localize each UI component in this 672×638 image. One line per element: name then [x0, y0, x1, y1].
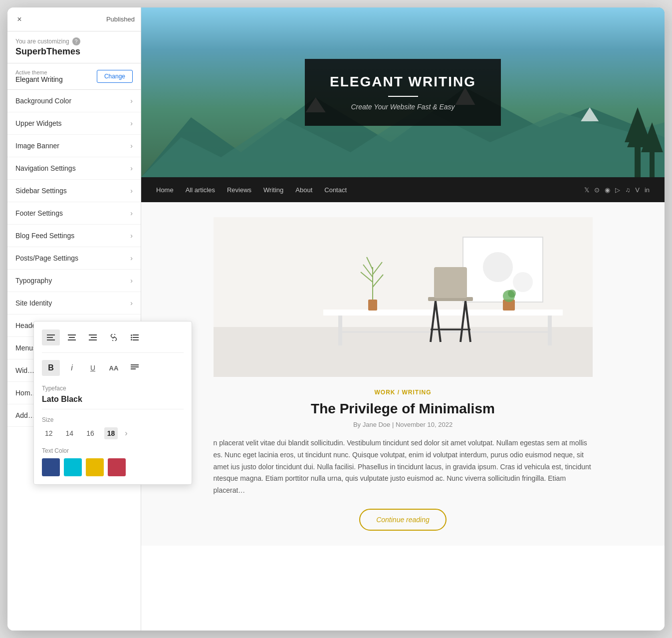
menu-label: Blog Feed Settings: [15, 232, 74, 240]
color-swatch-red[interactable]: [108, 458, 126, 476]
menu-item-blog-feed-settings[interactable]: Blog Feed Settings ›: [7, 225, 141, 247]
chevron-icon: ›: [130, 187, 133, 195]
hero-title: ELEGANT WRITING: [330, 74, 476, 90]
text-color-label: Text Color: [42, 447, 184, 454]
desk-illustration: [214, 217, 593, 377]
menu-item-footer-settings[interactable]: Footer Settings ›: [7, 202, 141, 225]
theme-name: Elegant Writing: [15, 75, 63, 83]
menu-label: Background Color: [15, 97, 71, 105]
size-label: Size: [42, 416, 184, 423]
website-preview: ELEGANT WRITING Create Your Website Fast…: [141, 7, 665, 631]
chevron-icon: ›: [130, 119, 133, 127]
menu-item-upper-widgets[interactable]: Upper Widgets ›: [7, 112, 141, 135]
size-next-icon[interactable]: ›: [125, 429, 127, 438]
menu-item-sidebar-settings[interactable]: Sidebar Settings ›: [7, 180, 141, 202]
linkedin-icon[interactable]: in: [645, 186, 650, 194]
color-swatch-cyan[interactable]: [64, 458, 82, 476]
chevron-icon: ›: [130, 164, 133, 172]
color-swatch-blue[interactable]: [42, 458, 60, 476]
svg-rect-12: [133, 337, 139, 338]
size-14[interactable]: 14: [63, 427, 77, 439]
size-18[interactable]: 18: [104, 427, 118, 439]
typography-panel: B i U AA Typeface Lato Black Size 12 14 …: [33, 321, 192, 485]
svg-rect-0: [47, 334, 55, 335]
customizing-label: You are customizing ?: [15, 37, 133, 45]
nav-about[interactable]: About: [295, 186, 312, 194]
svg-point-32: [483, 252, 513, 282]
list-button[interactable]: [126, 329, 144, 345]
menu-item-image-banner[interactable]: Image Banner ›: [7, 135, 141, 157]
italic-button[interactable]: i: [63, 360, 81, 376]
align-center-button[interactable]: [63, 329, 81, 345]
twitter-icon[interactable]: 𝕏: [584, 186, 589, 194]
soundcloud-icon[interactable]: ♫: [625, 186, 630, 194]
article-category: WORK / WRITING: [214, 389, 593, 396]
nav-bar: Home All articles Reviews Writing About …: [141, 177, 665, 202]
menu-item-background-color[interactable]: Background Color ›: [7, 90, 141, 112]
article-title: The Privilege of Minimalism: [214, 401, 593, 417]
youtube-icon[interactable]: ▷: [615, 186, 620, 194]
nav-reviews[interactable]: Reviews: [227, 186, 251, 194]
bold-button[interactable]: B: [42, 360, 60, 376]
chevron-icon: ›: [130, 299, 133, 307]
menu-label: Wid…: [15, 366, 34, 374]
svg-rect-5: [68, 339, 76, 340]
menu-item-typography[interactable]: Typography ›: [7, 270, 141, 292]
nav-writing[interactable]: Writing: [263, 186, 283, 194]
nav-home[interactable]: Home: [156, 186, 174, 194]
svg-rect-3: [68, 334, 76, 335]
svg-point-33: [513, 272, 533, 292]
color-swatch-yellow[interactable]: [86, 458, 104, 476]
svg-rect-10: [133, 334, 139, 335]
align-left-button[interactable]: [42, 329, 60, 345]
article-section: WORK / WRITING The Privilege of Minimali…: [141, 202, 665, 546]
size-12[interactable]: 12: [42, 427, 56, 439]
nav-contact[interactable]: Contact: [324, 186, 347, 194]
continue-reading-button[interactable]: Continue reading: [359, 509, 447, 531]
menu-label: Sidebar Settings: [15, 187, 67, 195]
menu-item-site-identity[interactable]: Site Identity ›: [7, 292, 141, 315]
customizer-panel: × Published You are customizing ? Superb…: [7, 7, 141, 631]
align-right-button[interactable]: [84, 329, 102, 345]
chevron-icon: ›: [130, 232, 133, 240]
menu-label: Typography: [15, 277, 52, 285]
underline-button[interactable]: U: [84, 360, 102, 376]
site-name: SuperbThemes: [15, 46, 133, 57]
svg-rect-16: [131, 366, 139, 367]
change-theme-button[interactable]: Change: [97, 70, 133, 83]
help-icon[interactable]: ?: [72, 37, 80, 45]
menu-label: Add…: [15, 411, 35, 419]
menu-label: Footer Settings: [15, 209, 63, 217]
preview-area: ELEGANT WRITING Create Your Website Fast…: [141, 7, 665, 631]
menu-item-posts-page-settings[interactable]: Posts/Page Settings ›: [7, 247, 141, 270]
instagram-icon[interactable]: ⊙: [594, 186, 600, 194]
svg-rect-8: [89, 339, 97, 340]
active-theme-info: Active theme Elegant Writing: [15, 69, 63, 83]
close-button[interactable]: ×: [13, 13, 25, 25]
nav-all-articles[interactable]: All articles: [186, 186, 215, 194]
uppercase-button[interactable]: AA: [105, 360, 123, 376]
vimeo-icon[interactable]: V: [635, 186, 640, 194]
customizing-section: You are customizing ? SuperbThemes: [7, 31, 141, 63]
paragraph-button[interactable]: [126, 360, 144, 376]
chevron-icon: ›: [130, 254, 133, 262]
svg-rect-36: [548, 316, 552, 345]
svg-rect-1: [47, 337, 53, 338]
svg-rect-7: [91, 337, 97, 338]
svg-rect-46: [368, 300, 377, 311]
svg-rect-39: [434, 267, 467, 298]
menu-label: Posts/Page Settings: [15, 254, 78, 262]
typeface-label: Typeface: [42, 385, 184, 392]
menu-item-navigation-settings[interactable]: Navigation Settings ›: [7, 157, 141, 180]
link-button[interactable]: [105, 329, 123, 345]
chevron-icon: ›: [130, 277, 133, 285]
typeface-value: Lato Black: [42, 395, 184, 409]
pinterest-icon[interactable]: ◉: [605, 186, 610, 194]
menu-label: Upper Widgets: [15, 119, 62, 127]
article-card: WORK / WRITING The Privilege of Minimali…: [214, 389, 593, 531]
format-toolbar-1: [42, 329, 184, 353]
size-16[interactable]: 16: [83, 427, 97, 439]
menu-label: Navigation Settings: [15, 164, 76, 172]
svg-rect-34: [323, 310, 563, 316]
hero-subtitle: Create Your Website Fast & Easy: [330, 103, 476, 111]
